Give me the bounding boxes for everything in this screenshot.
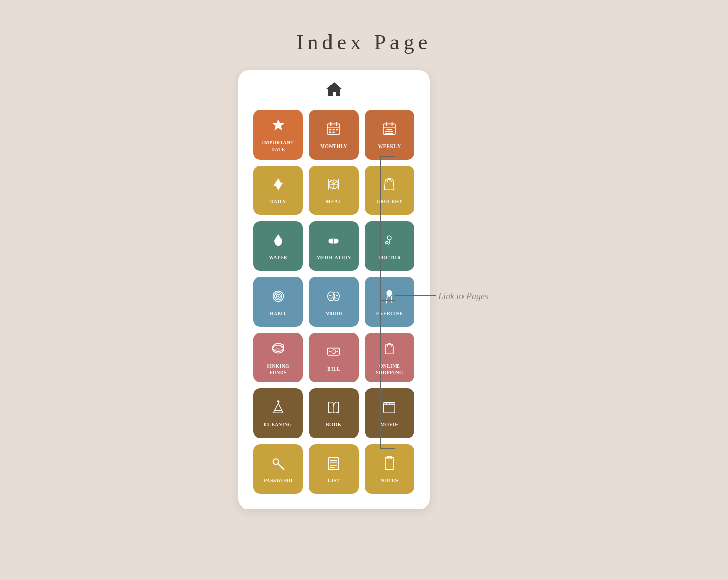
annotation-bracket-top	[380, 156, 395, 157]
home-icon	[253, 81, 415, 102]
tile-daily[interactable]: DAILY	[253, 166, 303, 215]
svg-point-32	[277, 295, 279, 297]
book-label: BOOK	[326, 422, 342, 428]
tile-grid: IMPORTANT DATEMONTHLYWEEKLYDAILYMEALGROC…	[253, 110, 415, 494]
sinking-funds-label: SINKING FUNDS	[267, 363, 289, 376]
svg-point-34	[333, 292, 340, 301]
tile-online-shopping[interactable]: ONLINE SHOPPING	[365, 333, 415, 383]
meal-icon	[325, 176, 342, 196]
grocery-icon	[381, 176, 398, 196]
phone-mockup: IMPORTANT DATEMONTHLYWEEKLYDAILYMEALGROC…	[238, 70, 430, 509]
annotation-arrow-line	[380, 300, 395, 301]
mood-label: MOOD	[325, 311, 342, 317]
tile-meal[interactable]: MEAL	[309, 166, 359, 215]
svg-rect-5	[329, 129, 332, 130]
tile-bill[interactable]: BILL	[309, 333, 359, 383]
svg-line-21	[334, 181, 337, 184]
habit-icon	[270, 288, 286, 308]
doctor-label: DOCTOR	[378, 255, 401, 261]
svg-line-20	[330, 181, 334, 184]
tile-cleaning[interactable]: CLEANING	[253, 388, 303, 438]
page-title: Index Page	[297, 30, 432, 54]
cleaning-icon	[270, 399, 286, 419]
movie-icon	[381, 399, 398, 419]
list-label: LIST	[328, 478, 340, 484]
online-shopping-icon	[381, 340, 398, 360]
svg-rect-6	[333, 129, 335, 130]
daily-label: DAILY	[270, 199, 286, 205]
svg-point-26	[387, 236, 391, 240]
tile-sinking-funds[interactable]: SINKING FUNDS	[253, 333, 303, 383]
tile-weekly[interactable]: WEEKLY	[365, 110, 415, 160]
tile-grocery[interactable]: GROCERY	[365, 166, 415, 215]
tile-notes[interactable]: NOTES	[365, 444, 415, 494]
annotation-bracket-vertical	[380, 156, 381, 448]
important-date-label: IMPORTANT DATE	[262, 140, 294, 153]
annotation-bracket-bottom	[380, 448, 395, 449]
svg-rect-8	[329, 131, 332, 133]
tile-exercise[interactable]: EXERCISE	[365, 277, 415, 327]
tile-medication[interactable]: MEDICATION	[309, 221, 359, 271]
doctor-icon	[381, 232, 398, 252]
book-icon	[325, 399, 342, 419]
sinking-funds-icon	[270, 340, 286, 360]
annotation-arrow-horizontal	[395, 295, 436, 296]
list-icon	[325, 455, 342, 475]
bill-icon	[325, 343, 342, 363]
svg-marker-0	[273, 120, 284, 130]
svg-point-28	[386, 241, 388, 244]
svg-rect-7	[336, 129, 338, 130]
notes-label: NOTES	[381, 478, 399, 484]
tile-password[interactable]: PASSWORD	[253, 444, 303, 494]
tile-important-date[interactable]: IMPORTANT DATE	[253, 110, 303, 160]
habit-label: HABIT	[270, 311, 286, 317]
svg-point-42	[332, 350, 336, 354]
svg-point-40	[274, 348, 281, 353]
monthly-icon	[325, 121, 342, 140]
password-label: PASSWORD	[263, 478, 292, 484]
cleaning-label: CLEANING	[264, 422, 292, 428]
weekly-label: WEEKLY	[378, 143, 401, 150]
important-date-icon	[270, 117, 286, 137]
meal-label: MEAL	[326, 199, 342, 205]
daily-icon	[270, 176, 286, 196]
svg-rect-49	[384, 404, 395, 413]
svg-point-36	[336, 294, 338, 296]
mood-icon	[325, 288, 342, 308]
tile-water[interactable]: WATER	[253, 221, 303, 271]
tile-mood[interactable]: MOOD	[309, 277, 359, 327]
notes-icon	[381, 455, 398, 475]
medication-icon	[325, 232, 342, 252]
bill-label: BILL	[327, 366, 340, 372]
tile-doctor[interactable]: DOCTOR	[365, 221, 415, 271]
monthly-label: MONTHLY	[320, 143, 347, 150]
password-icon	[270, 455, 286, 475]
tile-habit[interactable]: HABIT	[253, 277, 303, 327]
svg-rect-10	[383, 124, 395, 134]
tile-list[interactable]: LIST	[309, 444, 359, 494]
svg-rect-9	[333, 131, 335, 133]
medication-label: MEDICATION	[316, 255, 351, 261]
svg-rect-46	[277, 400, 279, 402]
weekly-icon	[381, 121, 398, 140]
tile-monthly[interactable]: MONTHLY	[309, 110, 359, 160]
tile-book[interactable]: BOOK	[309, 388, 359, 438]
water-icon	[270, 232, 286, 252]
exercise-icon	[381, 288, 398, 308]
water-label: WATER	[269, 255, 288, 261]
tile-movie[interactable]: MOVIE	[365, 388, 415, 438]
annotation-label: Link to Pages	[438, 291, 488, 302]
movie-label: MOVIE	[380, 422, 399, 428]
svg-point-35	[329, 294, 331, 296]
